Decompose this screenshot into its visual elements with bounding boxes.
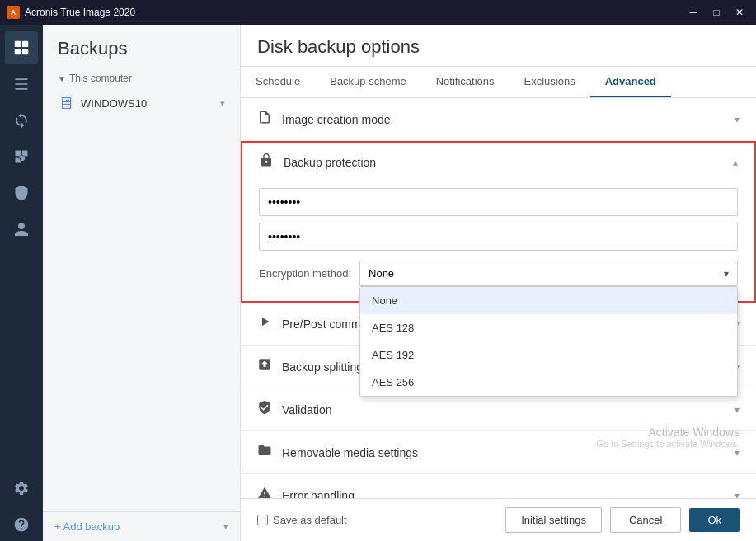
- initial-settings-button[interactable]: Initial settings: [505, 507, 602, 533]
- password-field-1[interactable]: [259, 188, 738, 216]
- password-field-2[interactable]: [259, 223, 738, 251]
- error-handling-chevron-icon: ▾: [735, 490, 740, 499]
- removable-media-chevron-icon: ▾: [735, 447, 740, 459]
- image-creation-icon: [257, 110, 272, 129]
- tab-advanced[interactable]: Advanced: [590, 67, 671, 97]
- footer-buttons: Initial settings Cancel Ok: [505, 507, 740, 533]
- encryption-select-wrapper: None ▾ None AES 128 AES 192 AES 256: [359, 261, 738, 286]
- nav-protection-icon[interactable]: [5, 176, 38, 209]
- minimize-button[interactable]: ─: [683, 4, 703, 21]
- image-creation-chevron-icon: ▾: [735, 114, 740, 125]
- encryption-chevron-icon: ▾: [724, 268, 729, 280]
- error-handling-icon: [257, 486, 272, 498]
- computer-name: WINDOWS10: [81, 97, 147, 110]
- backup-protection-label: Backup protection: [284, 156, 733, 169]
- close-button[interactable]: ✕: [730, 4, 749, 21]
- tab-schedule[interactable]: Schedule: [241, 67, 315, 97]
- dropdown-item-none[interactable]: None: [360, 287, 737, 314]
- tab-backup-scheme[interactable]: Backup scheme: [315, 67, 421, 97]
- add-backup-chevron-icon: ▾: [223, 521, 228, 532]
- backup-protection-section: Backup protection ▴ Encryption method: N…: [241, 141, 756, 303]
- nav-dashboard-icon[interactable]: [5, 140, 38, 173]
- footer-bar: Save as default Initial settings Cancel …: [241, 498, 756, 541]
- save-default-container: Save as default: [257, 514, 347, 526]
- panel-section: ▼ This computer: [43, 68, 240, 87]
- tab-exclusions[interactable]: Exclusions: [509, 67, 590, 97]
- content-area: Image creation mode ▾ Backup protection …: [241, 98, 756, 498]
- backup-protection-content: Encryption method: None ▾ None AES 128 A…: [242, 181, 754, 301]
- computer-icon: 🖥: [58, 94, 74, 113]
- ok-button[interactable]: Ok: [689, 508, 740, 532]
- nav-tools-icon[interactable]: [5, 68, 38, 101]
- svg-rect-0: [15, 41, 21, 47]
- left-panel: Backups ▼ This computer 🖥 WINDOWS10 ▾ + …: [43, 25, 241, 541]
- error-handling-label: Error handling: [282, 489, 735, 499]
- section-label: This computer: [69, 73, 132, 84]
- encryption-select[interactable]: None ▾: [359, 261, 738, 286]
- tab-notifications[interactable]: Notifications: [421, 67, 509, 97]
- app-layout: Backups ▼ This computer 🖥 WINDOWS10 ▾ + …: [0, 25, 756, 541]
- section-arrow: ▼: [58, 74, 66, 83]
- validation-icon: [257, 400, 272, 419]
- backup-protection-chevron-icon: ▴: [733, 157, 738, 168]
- nav-sidebar: [0, 25, 43, 541]
- save-default-checkbox[interactable]: [257, 515, 268, 525]
- computer-chevron-icon: ▾: [220, 98, 225, 109]
- removable-media-icon: [257, 443, 272, 462]
- svg-rect-3: [22, 49, 28, 54]
- dropdown-item-aes192[interactable]: AES 192: [360, 341, 737, 369]
- encryption-label: Encryption method:: [259, 267, 351, 280]
- cancel-button[interactable]: Cancel: [610, 507, 681, 533]
- save-default-label: Save as default: [273, 514, 347, 526]
- encryption-row: Encryption method: None ▾ None AES 128 A…: [259, 257, 738, 289]
- add-backup-button[interactable]: + Add backup ▾: [43, 511, 240, 541]
- validation-label: Validation: [282, 403, 735, 416]
- nav-backups-icon[interactable]: [5, 31, 38, 64]
- nav-help-icon[interactable]: [5, 508, 38, 541]
- encryption-dropdown: None AES 128 AES 192 AES 256: [359, 286, 738, 397]
- dropdown-item-aes256[interactable]: AES 256: [360, 369, 737, 396]
- validation-chevron-icon: ▾: [735, 404, 740, 416]
- svg-rect-1: [22, 41, 28, 47]
- nav-settings-icon[interactable]: [5, 472, 38, 505]
- section-error-handling[interactable]: Error handling ▾: [241, 474, 756, 498]
- encryption-selected-value: None: [369, 267, 394, 280]
- svg-rect-2: [15, 49, 21, 54]
- page-title: Disk backup options: [257, 36, 740, 58]
- maximize-button[interactable]: □: [707, 4, 726, 21]
- nav-account-icon[interactable]: [5, 213, 38, 246]
- image-creation-label: Image creation mode: [282, 113, 735, 126]
- dropdown-item-aes128[interactable]: AES 128: [360, 314, 737, 341]
- section-removable-media[interactable]: Removable media settings ▾: [241, 431, 756, 474]
- section-image-creation[interactable]: Image creation mode ▾: [241, 98, 756, 141]
- add-backup-label: + Add backup: [54, 520, 120, 533]
- main-header: Disk backup options: [241, 25, 756, 67]
- removable-media-label: Removable media settings: [282, 446, 735, 459]
- backup-protection-header[interactable]: Backup protection ▴: [242, 143, 754, 181]
- nav-sync-icon[interactable]: [5, 104, 38, 137]
- title-bar-left: A Acronis True Image 2020: [7, 6, 135, 19]
- pre-post-icon: [257, 314, 272, 333]
- window-controls: ─ □ ✕: [683, 4, 749, 21]
- computer-item[interactable]: 🖥 WINDOWS10 ▾: [43, 87, 240, 120]
- title-bar: A Acronis True Image 2020 ─ □ ✕: [0, 0, 756, 25]
- app-title: Acronis True Image 2020: [25, 7, 135, 18]
- main-content: Disk backup options Schedule Backup sche…: [241, 25, 756, 541]
- panel-title: Backups: [43, 25, 240, 68]
- backup-splitting-icon: [257, 357, 272, 376]
- app-icon: A: [7, 6, 20, 19]
- backup-protection-icon: [259, 153, 274, 172]
- tabs-bar: Schedule Backup scheme Notifications Exc…: [241, 67, 756, 98]
